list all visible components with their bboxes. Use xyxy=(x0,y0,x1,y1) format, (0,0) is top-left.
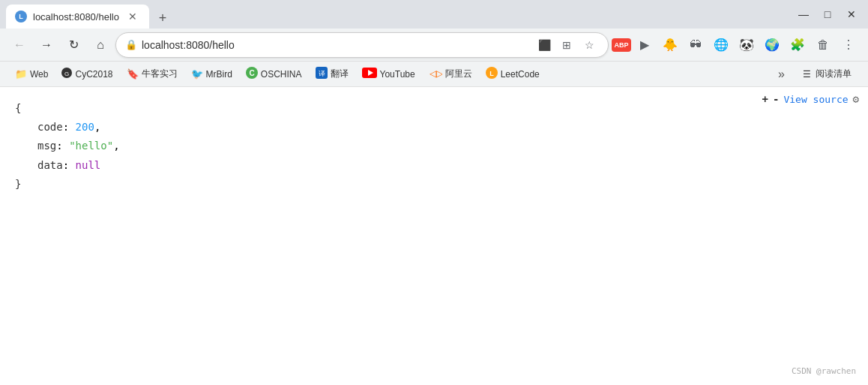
bookmark-leetcode[interactable]: L LeetCode xyxy=(480,64,546,84)
svg-text:G: G xyxy=(64,71,69,77)
aliyun-label: 阿里云 xyxy=(445,68,472,80)
tab-area: L localhost:8080/hello ✕ + xyxy=(6,0,789,29)
data-key: data xyxy=(37,159,63,171)
json-content: { code: 200, msg: "hello", data: null } xyxy=(15,99,853,194)
new-tab-button[interactable]: + xyxy=(152,8,173,29)
oschina-label: OSCHINA xyxy=(261,69,302,80)
view-source-gear-icon[interactable]: ⚙ xyxy=(853,90,859,109)
youtube-label: YouTube xyxy=(380,69,415,80)
youtube-icon xyxy=(362,68,377,80)
toolbar: ← → ↻ ⌂ 🔒 localhost:8080/hello ⬛ ⊞ ☆ ABP… xyxy=(0,29,868,62)
bookmark-oschina[interactable]: C OSCHINA xyxy=(240,64,308,84)
active-tab[interactable]: L localhost:8080/hello ✕ xyxy=(6,5,149,29)
address-bar[interactable]: 🔒 localhost:8080/hello ⬛ ⊞ ☆ xyxy=(115,32,609,58)
msg-key: msg xyxy=(37,140,56,152)
ext-puzzle-btn[interactable]: 🧩 xyxy=(786,33,810,57)
bookmark-niuke[interactable]: 🔖 牛客实习 xyxy=(121,65,184,83)
reading-mode-btn[interactable]: ☰ 阅读清单 xyxy=(795,65,859,83)
watermark: CSDN @rawchen xyxy=(792,364,856,379)
ext-globe-btn[interactable]: 🌐 xyxy=(709,33,733,57)
window-controls: — □ ✕ xyxy=(793,4,862,25)
cast-icon-btn[interactable]: ⬛ xyxy=(534,35,554,55)
cyc2018-icon: G xyxy=(61,68,72,80)
svg-text:译: 译 xyxy=(318,70,325,77)
home-button[interactable]: ⌂ xyxy=(88,33,112,57)
maximize-button[interactable]: □ xyxy=(817,4,838,25)
mrbird-label: MrBird xyxy=(206,69,232,80)
ext-trash-btn[interactable]: 🗑 xyxy=(811,33,835,57)
niuke-label: 牛客实习 xyxy=(142,68,178,80)
view-source-bar: + - View source ⚙ xyxy=(762,90,859,109)
tab-favicon: L xyxy=(15,11,27,23)
cyc2018-label: CyC2018 xyxy=(75,69,112,80)
tab-close-button[interactable]: ✕ xyxy=(125,9,140,24)
svg-text:◁▷: ◁▷ xyxy=(430,68,442,79)
open-brace: { xyxy=(15,102,21,114)
svg-text:C: C xyxy=(249,69,254,77)
lock-icon: 🔒 xyxy=(125,39,137,50)
bookmark-cyc2018[interactable]: G CyC2018 xyxy=(55,65,118,83)
more-bookmarks-btn[interactable]: » xyxy=(772,65,791,84)
bookmark-fanyi[interactable]: 译 翻译 xyxy=(310,64,355,84)
code-key: code xyxy=(37,121,63,133)
view-source-link[interactable]: View source xyxy=(783,91,848,108)
address-text: localhost:8080/hello xyxy=(142,39,530,51)
leetcode-icon: L xyxy=(486,67,498,81)
ext-mask-btn[interactable]: 🕶 xyxy=(684,33,708,57)
oschina-icon: C xyxy=(246,67,258,81)
niuke-icon: 🔖 xyxy=(127,68,139,80)
web-label: Web xyxy=(30,69,48,80)
close-brace: } xyxy=(15,178,21,190)
bookmark-star-btn[interactable]: ☆ xyxy=(579,35,599,55)
bookmark-mrbird[interactable]: 🐦 MrBird xyxy=(185,65,238,83)
toolbar-actions: ABP ▶ 🐥 🕶 🌐 🐼 🌍 🧩 🗑 ⋮ xyxy=(612,33,861,57)
code-value: 200 xyxy=(76,121,94,133)
data-value: null xyxy=(76,159,101,171)
ext-duck-btn[interactable]: 🐥 xyxy=(658,33,682,57)
mrbird-icon: 🐦 xyxy=(191,68,203,80)
zoom-minus-btn[interactable]: - xyxy=(773,90,779,109)
tab-search-btn[interactable]: ⊞ xyxy=(557,35,576,55)
bookmark-aliyun[interactable]: ◁▷ 阿里云 xyxy=(423,64,478,84)
web-icon: 📁 xyxy=(15,68,27,80)
aliyun-icon: ◁▷ xyxy=(429,67,442,81)
minimize-button[interactable]: — xyxy=(793,4,814,25)
fanyi-label: 翻译 xyxy=(331,68,349,80)
abp-button[interactable]: ABP xyxy=(612,38,631,52)
ext-panda-btn[interactable]: 🐼 xyxy=(735,33,759,57)
bookmark-youtube[interactable]: YouTube xyxy=(356,65,421,83)
reading-mode-icon: ☰ xyxy=(803,69,811,80)
reading-mode-label: 阅读清单 xyxy=(816,68,852,80)
reload-button[interactable]: ↻ xyxy=(61,33,85,57)
content-area: + - View source ⚙ { code: 200, msg: "hel… xyxy=(0,87,868,385)
zoom-plus-btn[interactable]: + xyxy=(762,90,768,109)
fanyi-icon: 译 xyxy=(316,67,328,81)
ext-play-btn[interactable]: ▶ xyxy=(633,33,657,57)
tab-title: localhost:8080/hello xyxy=(33,11,119,23)
back-button[interactable]: ← xyxy=(7,33,31,57)
more-menu-btn[interactable]: ⋮ xyxy=(837,33,861,57)
ext-earth-btn[interactable]: 🌍 xyxy=(760,33,784,57)
close-button[interactable]: ✕ xyxy=(841,4,862,25)
bookmark-web[interactable]: 📁 Web xyxy=(9,65,54,83)
bookmarks-bar: 📁 Web G CyC2018 🔖 牛客实习 🐦 MrBird C OSCHIN… xyxy=(0,62,868,87)
svg-text:L: L xyxy=(489,70,494,77)
titlebar: L localhost:8080/hello ✕ + — □ ✕ xyxy=(0,0,868,29)
msg-value: "hello" xyxy=(69,140,113,152)
forward-button[interactable]: → xyxy=(34,33,58,57)
address-icons: ⬛ ⊞ ☆ xyxy=(534,35,599,55)
leetcode-label: LeetCode xyxy=(501,69,540,80)
